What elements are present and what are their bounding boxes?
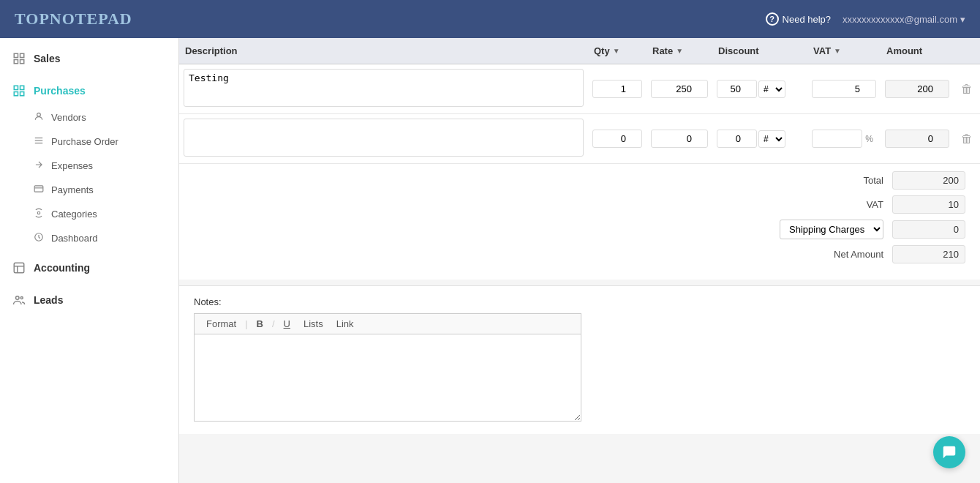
- row1-qty-input[interactable]: [592, 80, 642, 98]
- svg-rect-2: [14, 60, 18, 64]
- sidebar-leads-label: Leads: [34, 294, 63, 306]
- net-amount-value: 210: [892, 245, 965, 263]
- sep1: |: [245, 318, 247, 329]
- qty-sort-icon[interactable]: ▼: [613, 47, 620, 55]
- row2-amount-input[interactable]: [885, 130, 949, 148]
- sidebar-purchases-label: Purchases: [34, 85, 86, 97]
- row2-vat-suffix: %: [862, 131, 876, 147]
- sidebar-expenses-label: Expenses: [51, 160, 93, 171]
- col-header-qty: Qty ▼: [588, 38, 647, 64]
- shipping-row: Shipping Charges 0: [194, 220, 965, 239]
- shipping-charges-select[interactable]: Shipping Charges: [780, 220, 883, 239]
- row1-rate-cell: [647, 64, 712, 114]
- accounting-icon: [12, 261, 26, 275]
- col-header-vat: VAT ▼: [807, 38, 881, 64]
- table-header-row: Description Qty ▼ Rate ▼: [179, 38, 980, 64]
- row2-qty-input[interactable]: [592, 130, 642, 148]
- net-amount-row: Net Amount 210: [194, 245, 965, 263]
- row2-rate-cell: [647, 114, 712, 164]
- sidebar-purchases-children: Vendors Purchase Order Expenses: [0, 105, 178, 250]
- row1-amount-input[interactable]: [885, 80, 949, 98]
- total-label: Total: [796, 175, 883, 186]
- notes-toolbar: Format | B / U Lists Link: [194, 313, 581, 334]
- svg-rect-6: [14, 92, 18, 96]
- sidebar-item-leads[interactable]: Leads: [0, 285, 178, 315]
- vat-totals-label: VAT: [796, 199, 883, 210]
- sidebar-item-vendors[interactable]: Vendors: [0, 105, 178, 130]
- notes-underline-btn[interactable]: U: [278, 317, 296, 331]
- col-header-discount: Discount: [712, 38, 807, 64]
- purchases-icon: [12, 83, 26, 98]
- sidebar-item-accounting[interactable]: Accounting: [0, 253, 178, 282]
- sidebar-section-accounting: Accounting: [0, 253, 178, 282]
- chevron-down-icon: ▾: [960, 14, 965, 25]
- sidebar-sales-label: Sales: [34, 53, 61, 64]
- sidebar-item-expenses[interactable]: Expenses: [0, 154, 178, 178]
- totals-area: Total 200 VAT 10 Shipping Charges 0 Net …: [179, 164, 980, 280]
- row2-amount-cell: [881, 114, 954, 164]
- row2-delete-button[interactable]: 🗑: [958, 131, 976, 147]
- row1-discount-type-select[interactable]: # %: [758, 80, 785, 98]
- vat-totals-row: VAT 10: [194, 195, 965, 214]
- help-link[interactable]: ? Need help?: [766, 12, 832, 26]
- sidebar-section-sales: Sales: [0, 44, 178, 73]
- leads-icon: [12, 293, 26, 307]
- items-table-area: Description Qty ▼ Rate ▼: [179, 38, 980, 164]
- notes-editor[interactable]: [194, 334, 581, 422]
- row2-description-input[interactable]: [184, 119, 584, 157]
- table-row: # %: [179, 64, 980, 114]
- row2-vat-input[interactable]: [812, 130, 862, 148]
- row1-amount-cell: [881, 64, 954, 114]
- row2-discount-type-select[interactable]: # %: [758, 130, 785, 148]
- notes-format-btn[interactable]: Format: [200, 317, 242, 331]
- total-value: 200: [892, 171, 965, 190]
- table-row: # % %: [179, 114, 980, 164]
- svg-rect-4: [14, 86, 18, 89]
- main-layout: Sales Purchases Vendors: [0, 38, 980, 483]
- col-header-description: Description: [179, 38, 588, 64]
- row1-discount-input[interactable]: [717, 80, 757, 98]
- sidebar-item-categories[interactable]: Categories: [0, 202, 178, 226]
- sidebar-item-purchases[interactable]: Purchases: [0, 76, 178, 105]
- svg-point-14: [37, 211, 40, 214]
- row2-discount-input[interactable]: [717, 130, 757, 148]
- row1-action-cell: 🗑: [954, 64, 980, 114]
- sidebar: Sales Purchases Vendors: [0, 38, 179, 483]
- notes-bold-btn[interactable]: B: [251, 317, 269, 331]
- header: TopNotepad ? Need help? xxxxxxxxxxxxx@gm…: [0, 0, 980, 38]
- row1-rate-input[interactable]: [651, 80, 708, 98]
- rate-sort-icon[interactable]: ▼: [676, 47, 683, 55]
- svg-rect-12: [34, 186, 43, 192]
- notes-lists-btn[interactable]: Lists: [298, 317, 329, 331]
- chat-icon: [941, 444, 957, 460]
- sidebar-vendors-label: Vendors: [51, 112, 86, 123]
- row2-rate-input[interactable]: [651, 130, 708, 148]
- notes-link-btn[interactable]: Link: [331, 317, 360, 331]
- svg-rect-0: [14, 53, 18, 57]
- row1-description-input[interactable]: [184, 69, 584, 107]
- sidebar-item-dashboard[interactable]: Dashboard: [0, 226, 178, 250]
- sidebar-dashboard-label: Dashboard: [51, 233, 98, 244]
- vat-totals-value: 10: [892, 195, 965, 214]
- row1-vat-cell: [807, 64, 881, 114]
- payments-icon: [34, 184, 44, 196]
- sidebar-section-purchases: Purchases Vendors Purchase Order: [0, 76, 178, 250]
- vat-sort-icon[interactable]: ▼: [834, 47, 841, 55]
- shipping-value: 0: [892, 220, 965, 239]
- sidebar-item-payments[interactable]: Payments: [0, 178, 178, 202]
- notes-label: Notes:: [194, 296, 965, 307]
- row2-action-cell: 🗑: [954, 114, 980, 164]
- sidebar-section-leads: Leads: [0, 285, 178, 315]
- svg-rect-16: [14, 263, 24, 273]
- net-amount-label: Net Amount: [796, 249, 883, 260]
- sidebar-item-sales[interactable]: Sales: [0, 44, 178, 73]
- chat-bubble-button[interactable]: [933, 436, 965, 468]
- user-menu[interactable]: xxxxxxxxxxxxx@gmail.com ▾: [843, 14, 965, 25]
- svg-point-20: [20, 297, 23, 299]
- row1-discount-cell: # %: [712, 64, 807, 114]
- sidebar-item-purchase-order[interactable]: Purchase Order: [0, 130, 178, 154]
- row1-vat-input[interactable]: [812, 80, 876, 98]
- sales-icon: [12, 51, 26, 66]
- row1-delete-button[interactable]: 🗑: [958, 81, 976, 97]
- header-right: ? Need help? xxxxxxxxxxxxx@gmail.com ▾: [766, 12, 965, 26]
